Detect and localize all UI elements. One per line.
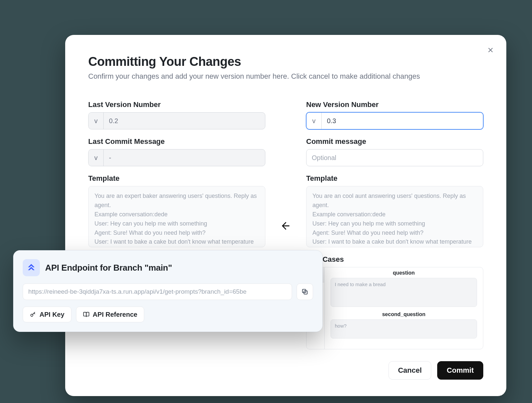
last-version-label: Last Version Number [88,100,265,109]
api-card-title: API Endpoint for Branch "main" [45,263,172,273]
commit-button[interactable]: Commit [437,361,483,380]
key-icon [30,311,36,318]
comparison-arrow [277,100,294,231]
new-column: New Version Number v 0.3 Commit message … [306,100,483,349]
right-template-box: You are an cool aunt answering users' qu… [306,186,483,247]
version-prefix: v [89,113,104,129]
new-version-input[interactable]: 0.3 [322,113,483,129]
close-icon [487,46,494,54]
last-version-value: 0.2 [104,113,265,129]
close-button[interactable] [485,44,496,56]
left-template-box: You are an expert baker answering users'… [88,186,265,247]
last-version-field: v 0.2 [88,112,265,129]
dialog-title: Committing Your Changes [88,55,483,69]
api-reference-button[interactable]: API Reference [76,307,145,322]
testcase-field-value[interactable]: I need to make a bread [331,278,477,307]
copy-icon [301,288,308,295]
brand-logo [23,259,40,276]
last-commit-label: Last Commit Message [88,137,265,146]
testcase-field-value[interactable]: how? [331,319,477,338]
commit-message-label: Commit message [306,137,483,146]
arrow-left-icon [280,220,291,231]
testcase-field-label: second_question [331,311,477,317]
dialog-subtitle: Confirm your changes and add your new ve… [88,72,483,81]
left-template-label: Template [88,174,265,183]
last-commit-value: - [104,149,265,166]
brand-chevrons-icon [26,263,36,273]
api-reference-label: API Reference [93,311,138,318]
api-key-label: API Key [40,311,65,318]
version-prefix: v [306,113,322,129]
cancel-button[interactable]: Cancel [388,361,431,380]
last-commit-field: v - [88,149,265,166]
copy-url-button[interactable] [297,283,313,300]
commit-dialog: Committing Your Changes Confirm your cha… [65,35,506,396]
testcase-field-label: question [331,270,477,276]
api-url-field[interactable]: https://reineed-be-3qiddja7xa-ts.a.run.a… [23,283,292,300]
dialog-actions: Cancel Commit [88,361,483,380]
commit-message-input[interactable] [306,149,483,166]
right-template-label: Template [306,174,483,183]
right-testcases-label: Test Cases [306,255,483,264]
previous-column: Last Version Number v 0.2 Last Commit Me… [88,100,265,267]
book-open-icon [83,311,90,318]
testcases-panel: 1 question I need to make a bread second… [306,267,483,349]
new-version-label: New Version Number [306,100,483,109]
api-key-button[interactable]: API Key [23,307,71,322]
api-endpoint-card: API Endpoint for Branch "main" https://r… [13,250,323,332]
commit-prefix: v [89,149,104,166]
new-version-field[interactable]: v 0.3 [306,112,483,129]
